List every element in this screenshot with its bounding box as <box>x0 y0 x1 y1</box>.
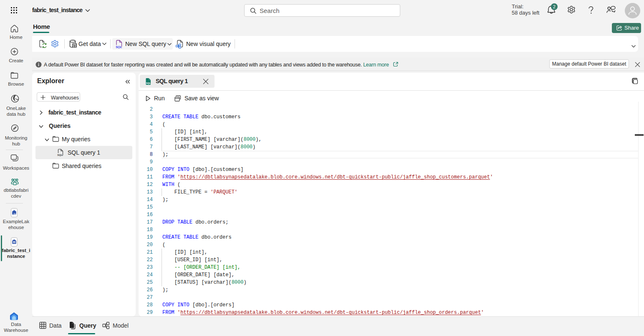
svg-text:SQL: SQL <box>57 153 63 156</box>
svg-text:SQL: SQL <box>116 45 122 48</box>
svg-text:SQL: SQL <box>146 82 151 84</box>
